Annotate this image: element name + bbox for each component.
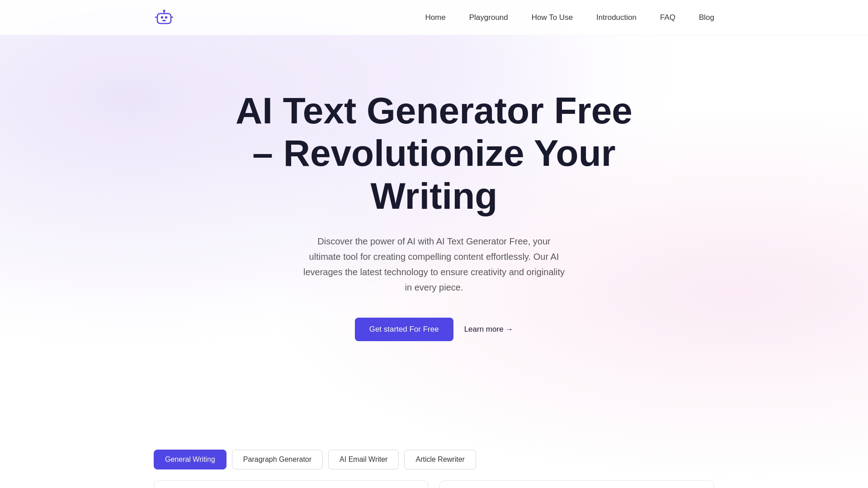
svg-rect-2 xyxy=(165,16,167,19)
svg-rect-3 xyxy=(162,20,166,21)
tab-bar: General Writing Paragraph Generator AI E… xyxy=(154,450,714,469)
nav-faq[interactable]: FAQ xyxy=(660,13,675,22)
hero-buttons: Get started For Free Learn more → xyxy=(355,318,514,341)
logo-icon xyxy=(154,7,175,28)
svg-rect-0 xyxy=(157,14,171,23)
playground-section: General Writing Paragraph Generator AI E… xyxy=(0,450,868,488)
tab-ai-email-writer[interactable]: AI Email Writer xyxy=(328,450,399,469)
nav-blog[interactable]: Blog xyxy=(699,13,714,22)
nav-how-to-use[interactable]: How To Use xyxy=(532,13,573,22)
result-panel: Result xyxy=(439,480,714,488)
tab-general-writing[interactable]: General Writing xyxy=(154,450,226,469)
tab-paragraph-generator[interactable]: Paragraph Generator xyxy=(232,450,323,469)
input-panel xyxy=(154,480,429,488)
hero-subtitle: Discover the power of AI with AI Text Ge… xyxy=(303,234,565,295)
learn-more-button[interactable]: Learn more → xyxy=(464,325,514,334)
svg-point-5 xyxy=(163,9,165,12)
nav-home[interactable]: Home xyxy=(425,13,445,22)
nav-links: Home Playground How To Use Introduction … xyxy=(425,13,714,22)
hero-title: AI Text Generator Free – Revolutionize Y… xyxy=(231,89,637,217)
logo[interactable] xyxy=(154,7,175,28)
editor-area: Result xyxy=(154,480,714,488)
nav-introduction[interactable]: Introduction xyxy=(596,13,637,22)
svg-rect-1 xyxy=(161,16,163,19)
tab-article-rewriter[interactable]: Article Rewriter xyxy=(404,450,476,469)
hero-section: AI Text Generator Free – Revolutionize Y… xyxy=(0,35,868,377)
navbar: Home Playground How To Use Introduction … xyxy=(0,0,868,35)
get-started-button[interactable]: Get started For Free xyxy=(355,318,453,341)
nav-playground[interactable]: Playground xyxy=(469,13,508,22)
spacer xyxy=(0,377,868,450)
